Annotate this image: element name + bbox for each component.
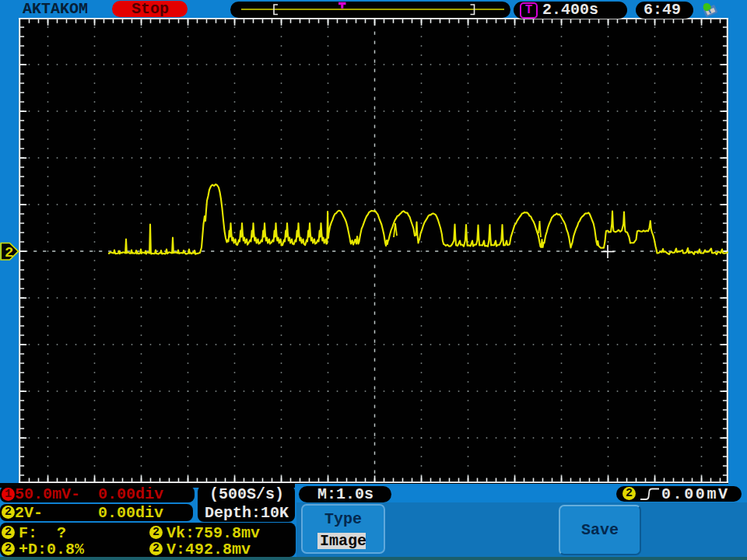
svg-text:2: 2 — [5, 244, 13, 261]
